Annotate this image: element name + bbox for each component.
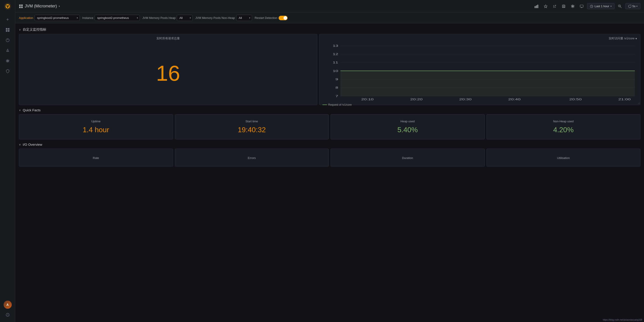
svg-text:20:50: 20:50 bbox=[569, 98, 582, 101]
refresh-button[interactable]: 5s ▾ bbox=[625, 3, 640, 9]
svg-text:20:20: 20:20 bbox=[410, 98, 422, 101]
uptime-panel: Uptime 1.4 hour bbox=[19, 114, 173, 139]
time-range-caret: ▾ bbox=[610, 5, 612, 7]
total-requests-panel: 实时所有请求总量 16 bbox=[19, 34, 317, 105]
custom-metrics-panels-row: 实时所有请求总量 16 实时访问量 /v1/core ▾ bbox=[19, 34, 640, 105]
svg-rect-6 bbox=[8, 28, 10, 30]
quick-facts-section-header: ∨ Quick Facts bbox=[19, 107, 640, 114]
jvm-heap-select[interactable]: All bbox=[177, 15, 192, 21]
main-content: JVM (Micrometer) ▾ bbox=[15, 0, 644, 322]
svg-text:13: 13 bbox=[332, 44, 338, 47]
svg-rect-19 bbox=[535, 6, 536, 8]
custom-metrics-title: 自定义监控指标 bbox=[23, 27, 46, 32]
errors-label: Errors bbox=[248, 154, 256, 161]
uptime-value: 1.4 hour bbox=[83, 126, 109, 134]
svg-rect-21 bbox=[537, 5, 538, 8]
svg-point-12 bbox=[8, 51, 8, 52]
io-overview-title: I/O Overview bbox=[23, 143, 42, 146]
title-caret-icon[interactable]: ▾ bbox=[59, 5, 60, 7]
svg-point-4 bbox=[6, 6, 7, 8]
svg-point-2 bbox=[7, 4, 8, 6]
refresh-caret: ▾ bbox=[636, 5, 638, 7]
svg-point-0 bbox=[4, 3, 11, 10]
svg-rect-18 bbox=[21, 6, 23, 8]
save-button[interactable] bbox=[560, 3, 567, 9]
svg-text:11: 11 bbox=[332, 61, 338, 64]
heap-used-label: Heap used bbox=[400, 120, 415, 123]
uptime-stat: Uptime 1.4 hour bbox=[19, 114, 173, 139]
jvm-nonheap-filter: JVM Memory Pools Non-Heap All bbox=[195, 15, 252, 21]
chart-svg: 13 12 11 10 9 8 7 20:10 20:20 bbox=[322, 43, 637, 102]
svg-text:9: 9 bbox=[335, 78, 338, 81]
custom-metrics-chevron[interactable]: ∨ bbox=[19, 28, 21, 31]
realtime-access-panel: 实时访问量 /v1/core ▾ bbox=[319, 34, 640, 105]
svg-rect-24 bbox=[563, 5, 564, 6]
heap-used-value: 5.40% bbox=[398, 126, 418, 134]
restart-detection-label: Restart Detection bbox=[255, 16, 277, 19]
io-overview-panels-row: Rate Errors Duration Utilisation bbox=[19, 149, 640, 167]
total-requests-title: 实时所有请求总量 bbox=[19, 34, 317, 42]
svg-text:20:40: 20:40 bbox=[508, 98, 520, 101]
instance-select[interactable]: springboot2-prometheus bbox=[95, 15, 140, 21]
chart-dropdown-icon[interactable]: ▾ bbox=[636, 37, 637, 40]
monitor-button[interactable] bbox=[578, 3, 585, 9]
duration-panel: Duration bbox=[330, 149, 485, 167]
custom-metrics-section-header: ∨ 自定义监控指标 bbox=[19, 26, 640, 34]
legend-line-indicator bbox=[322, 105, 327, 105]
nonheap-used-stat: Non-Heap used 4.20% bbox=[487, 114, 640, 139]
instance-label: Instance bbox=[82, 16, 94, 19]
svg-rect-8 bbox=[8, 30, 10, 32]
svg-text:10: 10 bbox=[332, 69, 338, 73]
sidebar-dashboards-button[interactable] bbox=[3, 25, 12, 34]
jvm-heap-label: JVM Memory Pools Heap bbox=[142, 16, 176, 19]
grafana-logo[interactable] bbox=[3, 2, 12, 11]
sidebar-settings-button[interactable] bbox=[3, 56, 12, 65]
rate-label: Rate bbox=[93, 154, 99, 161]
svg-rect-26 bbox=[580, 5, 583, 7]
quick-facts-panels-row: Uptime 1.4 hour Start time 19:40:32 Heap… bbox=[19, 114, 640, 139]
star-button[interactable] bbox=[542, 3, 549, 9]
dashboard-grid-icon bbox=[19, 4, 23, 8]
nonheap-used-panel: Non-Heap used 4.20% bbox=[486, 114, 640, 139]
start-time-value: 19:40:32 bbox=[238, 126, 266, 134]
svg-rect-20 bbox=[536, 5, 537, 8]
quick-facts-chevron[interactable]: ∨ bbox=[19, 109, 21, 112]
avatar[interactable]: A bbox=[4, 301, 12, 309]
sidebar-explore-button[interactable] bbox=[3, 36, 12, 45]
sidebar: + A bbox=[0, 0, 15, 322]
start-time-label: Start time bbox=[246, 120, 258, 123]
application-label: Application bbox=[19, 16, 33, 19]
svg-text:20:10: 20:10 bbox=[361, 98, 374, 101]
sidebar-help-button[interactable]: ? bbox=[3, 310, 12, 319]
nonheap-used-label: Non-Heap used bbox=[553, 120, 574, 123]
sidebar-shield-button[interactable] bbox=[3, 67, 12, 76]
svg-rect-7 bbox=[6, 30, 8, 32]
share-button[interactable] bbox=[551, 3, 558, 9]
restart-detection-toggle[interactable] bbox=[278, 16, 288, 20]
restart-detection-filter: Restart Detection bbox=[255, 16, 288, 20]
svg-rect-15 bbox=[19, 4, 21, 6]
settings-gear-button[interactable] bbox=[569, 3, 576, 9]
sidebar-alerting-button[interactable] bbox=[3, 46, 12, 55]
time-range-picker[interactable]: Last 1 hour ▾ bbox=[587, 3, 614, 9]
jvm-nonheap-select[interactable]: All bbox=[236, 15, 252, 21]
sidebar-add-button[interactable]: + bbox=[3, 15, 12, 24]
jvm-nonheap-label: JVM Memory Pools Non-Heap bbox=[195, 16, 235, 19]
chart-button[interactable] bbox=[532, 3, 540, 10]
svg-marker-22 bbox=[544, 5, 547, 8]
resize-handle[interactable]: ⊿ bbox=[638, 102, 640, 104]
io-overview-chevron[interactable]: ∨ bbox=[19, 143, 21, 146]
jvm-heap-filter: JVM Memory Pools Heap All bbox=[142, 15, 192, 21]
footer-url: https://blog.csdn.net/aixiaoxiaoyang168 bbox=[603, 319, 642, 321]
application-select[interactable]: springboot2-prometheus bbox=[35, 15, 80, 21]
quick-facts-title: Quick Facts bbox=[23, 108, 40, 112]
utilisation-panel: Utilisation bbox=[486, 149, 640, 167]
svg-line-31 bbox=[620, 7, 622, 8]
topbar-actions: Last 1 hour ▾ 5s ▾ bbox=[532, 3, 640, 10]
svg-text:12: 12 bbox=[332, 53, 338, 56]
topbar: JVM (Micrometer) ▾ bbox=[15, 0, 644, 12]
chart-legend: Request of /v1/core bbox=[322, 102, 637, 107]
zoom-button[interactable] bbox=[616, 3, 624, 9]
svg-text:21:00: 21:00 bbox=[618, 98, 631, 101]
topbar-title: JVM (Micrometer) ▾ bbox=[19, 4, 60, 8]
